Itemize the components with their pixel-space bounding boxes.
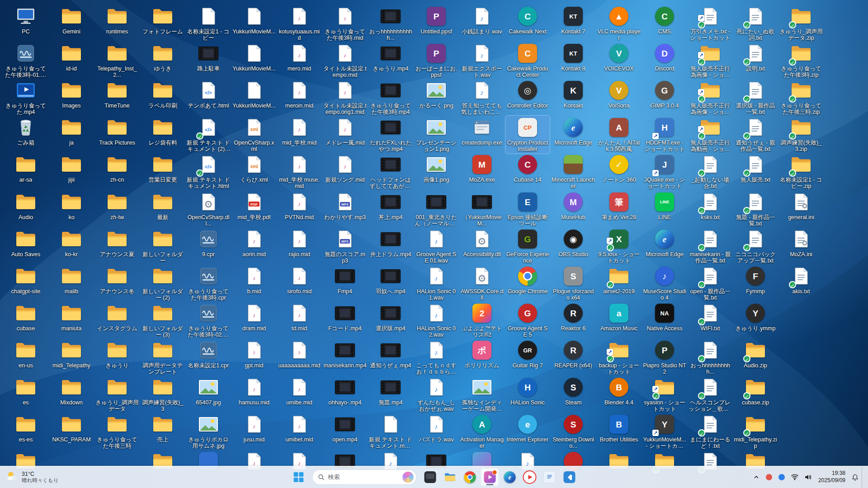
desktop-icon[interactable]: ✓↗無人販売不正行為動画 - ショートカット (688, 116, 732, 154)
desktop-icon[interactable]: ♪sirofo.mid (277, 264, 321, 296)
desktop-icon[interactable]: きゅうり.mp4 (368, 42, 413, 73)
taskbar-media-player-button[interactable] (481, 468, 499, 486)
desktop-icon[interactable]: BBrother Utilities (597, 413, 641, 444)
desktop-icon[interactable]: BBlender 4.4 (597, 375, 641, 407)
desktop-icon[interactable]: 路上駐車 (186, 42, 231, 73)
desktop-icon[interactable]: 新しいフォルダー (3) (141, 301, 185, 339)
desktop-icon[interactable]: きゅうり (95, 338, 139, 370)
desktop-icon[interactable]: en-us (4, 338, 48, 370)
desktop-icon[interactable]: ♪Groove Agent SE 01.wav (414, 227, 458, 265)
desktop-icon[interactable]: eMicrosoft Edge (642, 227, 687, 258)
desktop-icon[interactable]: ♪小銭詰まり.wav (460, 5, 504, 36)
desktop-icon[interactable]: Telepathy_Inst_2... (95, 42, 139, 80)
desktop-icon[interactable]: ポポリリリズム (460, 338, 504, 370)
desktop-icon[interactable]: LINELINE (642, 190, 687, 221)
desktop-icon[interactable]: CCakewalk Next (505, 5, 550, 36)
desktop-icon[interactable]: 丼上.mp4 (368, 190, 413, 221)
desktop-icon[interactable]: ♪td.mid (277, 301, 321, 333)
desktop-icon[interactable]: GGeForce Experience (505, 227, 550, 265)
desktop-icon[interactable]: ♪dram.mid (232, 301, 276, 333)
desktop-icon[interactable]: 井上ドラム.mp4 (368, 227, 413, 258)
desktop-icon[interactable]: ラベル印刷 (141, 79, 185, 110)
desktop-icon[interactable]: midi_Telepathy (49, 338, 94, 370)
taskbar-youtube-music-button[interactable] (521, 468, 539, 486)
desktop-icon[interactable]: MMuseHub (551, 190, 595, 221)
desktop-icon[interactable]: id-id (49, 42, 94, 73)
desktop-icon[interactable]: Y↗YukkuriMovieM... - ショートカット (642, 413, 687, 450)
desktop-icon[interactable]: ✓ヘルスコンプレッション＿歌詞.txt (688, 375, 732, 413)
desktop-icon[interactable]: 営業日変更 (141, 153, 185, 184)
desktop-icon[interactable]: SSteinberg Downlo... (551, 413, 595, 450)
desktop-icon[interactable]: ✓ksks.txt (688, 190, 732, 221)
desktop-icon[interactable]: おっhhhhhhhhhhh... (368, 5, 413, 42)
desktop-icon[interactable]: ♪新規ソング.mid (323, 153, 367, 184)
desktop-icon[interactable]: ✓死にたい_ぬ歌詞.txt (733, 5, 778, 42)
desktop-icon[interactable]: ohhayo-.mp4 (323, 375, 367, 407)
desktop-icon[interactable]: Track Pictures (95, 116, 139, 147)
desktop-icon[interactable]: インスタグラム (95, 301, 139, 333)
desktop-icon[interactable]: 孤独なインディーゲーム開発者の一生... (460, 375, 504, 413)
desktop-icon[interactable]: 9.cpr (186, 227, 231, 258)
desktop-icon[interactable]: ♪hamusu.mid (232, 375, 276, 407)
search-input[interactable]: 検索 (312, 469, 417, 485)
desktop-icon[interactable]: 調声用データテンプレート (141, 338, 185, 376)
taskbar-notepad-button[interactable] (541, 468, 559, 486)
desktop-icon[interactable]: GGIMP 3.0.4 (642, 79, 687, 110)
desktop-icon[interactable]: DDiscord (642, 42, 687, 73)
desktop-icon[interactable]: CCubase 14 (505, 153, 550, 184)
desktop-icon[interactable]: xmlくらび.xml (232, 153, 276, 184)
desktop-icon[interactable]: ♪タイトル未設定.tempo.mid (323, 42, 367, 80)
desktop-icon[interactable]: きゅうり食ってた午後3時-02.cpr (186, 301, 231, 339)
desktop-icon[interactable]: ✓Audio.zip (733, 338, 778, 370)
desktop-icon[interactable]: ♪タイトル未設定.tempo.orig1.mid (323, 79, 367, 117)
desktop-icon[interactable]: ✓_起動しない場合.txt (688, 153, 732, 191)
desktop-icon[interactable]: だれだFXいれたやつ.mp4 (368, 116, 413, 154)
desktop-icon[interactable]: 選択版.mp4 (368, 301, 413, 333)
desktop-icon[interactable]: ♪パズドラ.wav (414, 413, 458, 444)
desktop-icon[interactable]: AActivation Manager (460, 413, 504, 450)
desktop-icon[interactable]: ✓↗万引きメモ.txt - ショートカット (688, 5, 732, 42)
desktop-icon[interactable]: general.ini (779, 190, 823, 221)
desktop-icon[interactable]: J↗JQuake.exe - ショートカット (642, 153, 687, 191)
desktop-icon[interactable]: ♪PVTNd.mid (277, 190, 321, 221)
desktop-icon[interactable]: ✓↗無人販売不正行為画像 - ショートカッ... (688, 42, 732, 80)
desktop-icon[interactable]: ✓選択版 - 親作品一覧.txt (733, 79, 778, 117)
desktop-icon[interactable]: ✓ノートン 360 (597, 153, 641, 184)
desktop-icon[interactable]: KTKontakt 7 (551, 5, 595, 36)
desktop-icon[interactable]: ♪ずんだもん_しおかぜぉ.wav (414, 375, 458, 413)
desktop-icon[interactable]: AWSSDK.Core.dll (460, 264, 504, 302)
desktop-icon[interactable]: 001_東北きりたん（ノーマル）_今じゃ... (414, 190, 458, 228)
desktop-icon[interactable]: ♪MuseScore Studio 4 (642, 264, 687, 302)
desktop-icon[interactable]: ♪umibe.mid (277, 375, 321, 407)
desktop-icon[interactable]: CCakewalk Product Center (505, 42, 550, 80)
desktop-icon[interactable]: maniuta (49, 301, 94, 333)
desktop-icon[interactable]: cubase (4, 301, 48, 333)
desktop-icon[interactable]: VVoiSona (597, 79, 641, 110)
desktop-icon[interactable]: </>テンポあて.html (186, 79, 231, 110)
desktop-icon[interactable]: きゅうり食ってた午後3時-01.cpr (4, 42, 48, 80)
desktop-icon[interactable]: ♪きゅうり食ってた午後3時.mid (323, 5, 367, 42)
taskbar-explorer-button[interactable] (441, 468, 459, 486)
wifi-icon[interactable] (788, 469, 801, 485)
desktop-icon[interactable]: ♪HALion Sonic 02.wav (414, 301, 458, 339)
desktop-icon[interactable]: 新しいフォルダー (141, 227, 185, 265)
desktop-icon[interactable]: es (4, 375, 48, 407)
desktop-icon[interactable]: きゅうりポカロ用サムネ.jpg (186, 413, 231, 450)
desktop-icon[interactable]: GGroove Agent SE 5 (505, 301, 550, 339)
desktop-icon[interactable]: H↗HDDFMT.exe - ショートカット (642, 116, 687, 154)
desktop-icon[interactable]: プレゼンテーション1.png (414, 116, 458, 154)
desktop-icon[interactable]: ♪新規エクスポート.wav (460, 42, 504, 80)
desktop-icon[interactable]: ♪こってもｎｄすおｆｄｓｂらぉあ.wav (414, 338, 458, 376)
desktop-icon[interactable]: アナウンス夏 (95, 227, 139, 258)
tray-hidden-app-2-icon[interactable] (776, 469, 788, 485)
desktop-icon[interactable]: runtimes (95, 5, 139, 36)
widgets-weather-button[interactable]: 31°C 晴れ時々くもり (2, 466, 63, 488)
desktop-icon[interactable]: Auto Saves (4, 227, 48, 258)
desktop-icon[interactable]: ✓akis.txt (779, 264, 823, 296)
start-button[interactable] (290, 468, 308, 486)
desktop-icon[interactable]: EEpson 接続診断ツール (505, 190, 550, 228)
desktop-icon[interactable]: zh-cn (95, 153, 139, 184)
desktop-icon[interactable]: 最新 (141, 190, 185, 221)
desktop-icon[interactable]: ✓airset2-2019 (597, 264, 641, 296)
desktop-icon[interactable]: 調声練習(失敗)_3 (141, 375, 185, 413)
